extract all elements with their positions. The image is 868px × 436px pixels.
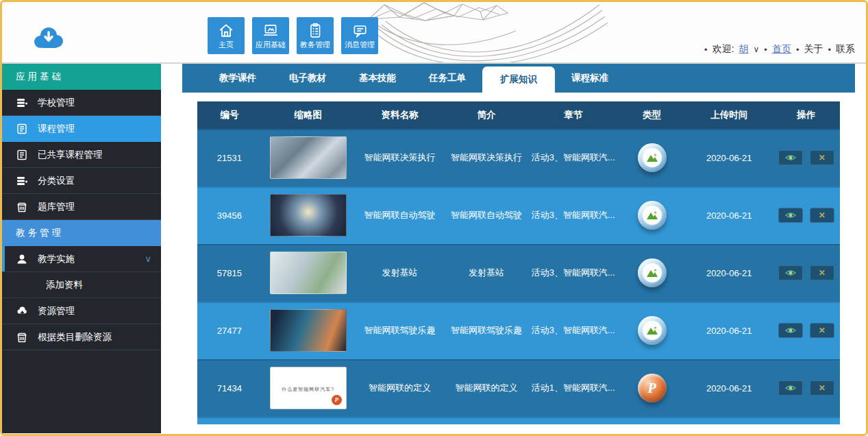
table-row: 71434 什么是智能网联汽车? P 智能网联的定义 智能网联的定义 活动1、智…	[197, 359, 840, 417]
table-header-row: 编号 缩略图 资料名称 简介 章节 类型 上传时间 操作	[197, 101, 840, 129]
image-type-icon	[638, 258, 667, 287]
delete-button[interactable]: ✕	[810, 150, 834, 165]
chevron-down-icon[interactable]: ∨	[145, 254, 151, 264]
trash-icon	[16, 331, 28, 343]
sidebar-item-teaching-implementation[interactable]: 教学实施 ∨	[2, 246, 161, 272]
image-type-icon	[638, 201, 667, 230]
bullet: •	[764, 45, 767, 55]
image-type-icon	[638, 143, 667, 172]
thumbnail[interactable]	[270, 136, 347, 179]
resource-id: 21531	[197, 153, 262, 163]
tab-content: 编号 缩略图 资料名称 简介 章节 类型 上传时间 操作 21531 智能网联决…	[182, 93, 855, 430]
homepage-link[interactable]: 首页	[772, 43, 791, 56]
thumbnail[interactable]	[270, 309, 347, 352]
view-button[interactable]	[778, 380, 803, 396]
close-icon: ✕	[819, 384, 826, 392]
tab-basic-skills[interactable]: 基本技能	[343, 64, 412, 93]
welcome-label: 欢迎:	[712, 43, 734, 56]
sidebar-filler	[2, 350, 161, 433]
upload-date: 2020-06-21	[686, 268, 773, 278]
resource-id: 57815	[197, 268, 262, 278]
table-row: 21531 智能网联决策执行 智能网联决策执行 活动3、智能网联汽... 202…	[197, 129, 840, 186]
nav-edu-admin-button[interactable]: 教务管理	[297, 17, 334, 54]
thumbnail[interactable]	[270, 252, 347, 294]
home-icon	[218, 22, 234, 38]
sidebar-item-delete-by-category[interactable]: 根据类目删除资源	[2, 324, 161, 350]
cloud-upload-icon	[16, 305, 28, 317]
sidebar-item-resource-management[interactable]: 资源管理	[2, 298, 161, 324]
thumbnail[interactable]	[270, 194, 347, 237]
course-doc-icon	[16, 123, 28, 135]
tab-task-order[interactable]: 任务工单	[412, 64, 482, 93]
resource-id: 39456	[197, 210, 262, 221]
column-header: 简介	[445, 109, 528, 121]
close-icon: ✕	[819, 269, 826, 277]
contact-link[interactable]: 联系	[836, 43, 855, 56]
tab-electronic-textbook[interactable]: 电子教材	[273, 64, 343, 93]
view-button[interactable]	[778, 208, 803, 223]
tab-course-standard[interactable]: 课程标准	[555, 64, 625, 93]
resource-id: 27477	[197, 326, 262, 336]
column-header: 编号	[197, 109, 262, 121]
resource-chapter: 活动3、智能网联汽...	[528, 324, 618, 337]
top-nav: 主页 应用基础	[208, 17, 386, 54]
view-button[interactable]	[778, 265, 803, 280]
nav-app-foundation-button[interactable]: 应用基础	[252, 17, 289, 54]
sidebar-item-question-bank[interactable]: 题库管理	[2, 194, 161, 220]
bullet: •	[796, 45, 799, 55]
resource-name: 智能网联的定义	[355, 382, 445, 394]
sidebar-item-label: 课程管理	[38, 123, 75, 135]
eye-icon	[785, 154, 796, 162]
image-type-icon	[638, 316, 667, 345]
resource-chapter: 活动3、智能网联汽...	[528, 209, 618, 221]
resource-chapter: 活动1、智能网联汽...	[528, 382, 618, 394]
sidebar-item-label: 分类设置	[38, 175, 75, 187]
sidebar-item-course-management[interactable]: 课程管理	[2, 116, 161, 142]
resource-name: 智能网联决策执行	[355, 152, 445, 164]
resource-intro: 智能网联自动驾驶	[445, 209, 528, 221]
delete-button[interactable]: ✕	[810, 265, 834, 280]
nav-message-button[interactable]: 消息管理	[341, 17, 378, 54]
upload-date: 2020-06-21	[686, 210, 773, 221]
column-header: 上传时间	[686, 109, 773, 121]
sidebar-item-add-material[interactable]: 添加资料	[2, 272, 161, 298]
upload-date: 2020-06-21	[686, 153, 773, 163]
sidebar-item-shared-course-management[interactable]: 已共享课程管理	[2, 142, 161, 168]
resource-name: 智能网联自动驾驶	[355, 209, 445, 221]
about-link[interactable]: 关于	[804, 43, 823, 56]
resource-chapter: 活动3、智能网联汽...	[528, 152, 618, 164]
delete-button[interactable]: ✕	[810, 380, 834, 396]
eye-icon	[785, 326, 796, 335]
close-icon: ✕	[819, 326, 826, 335]
column-header: 章节	[528, 109, 618, 121]
column-header: 资料名称	[355, 109, 445, 121]
table-row: 39456 智能网联自动驾驶 智能网联自动驾驶 活动3、智能网联汽... 202…	[197, 186, 840, 244]
bullet: •	[704, 45, 708, 55]
view-button[interactable]	[778, 150, 803, 165]
resource-intro: 发射基站	[445, 267, 528, 279]
sidebar-item-label: 学校管理	[38, 97, 75, 109]
sidebar-item-category-settings[interactable]: 分类设置	[2, 168, 161, 194]
main-panel: 教学课件 电子教材 基本技能 任务工单 扩展知识 课程标准 编号 缩略图 资料名…	[182, 64, 855, 430]
resource-name: 智能网联驾驶乐趣	[355, 324, 445, 337]
tab-teaching-courseware[interactable]: 教学课件	[203, 64, 273, 93]
slide-title-text: 什么是智能网联汽车?	[271, 386, 346, 393]
table-row-partial	[197, 417, 840, 424]
sidebar: 应用基础 学校管理 课程管理 已共享课程管理	[2, 64, 161, 433]
sidebar-item-school-management[interactable]: 学校管理	[2, 90, 161, 116]
user-link[interactable]: 胡	[739, 43, 749, 56]
upload-date: 2020-06-21	[686, 383, 773, 393]
thumbnail[interactable]: 什么是智能网联汽车? P	[270, 367, 347, 409]
cloud-download-logo-icon	[29, 24, 69, 56]
resource-intro: 智能网联的定义	[445, 382, 528, 394]
table-row: 57815 发射基站 发射基站 活动3、智能网联汽... 2020-06-21 …	[197, 244, 840, 302]
chevron-down-icon[interactable]: ∨	[754, 45, 760, 54]
nav-home-button[interactable]: 主页	[208, 17, 245, 54]
delete-button[interactable]: ✕	[810, 208, 834, 223]
person-icon	[16, 253, 28, 265]
resource-chapter: 活动3、智能网联汽...	[528, 267, 618, 279]
category-stack-icon	[16, 175, 28, 187]
tab-extended-knowledge[interactable]: 扩展知识	[482, 66, 555, 93]
delete-button[interactable]: ✕	[810, 323, 834, 338]
view-button[interactable]	[778, 323, 803, 338]
